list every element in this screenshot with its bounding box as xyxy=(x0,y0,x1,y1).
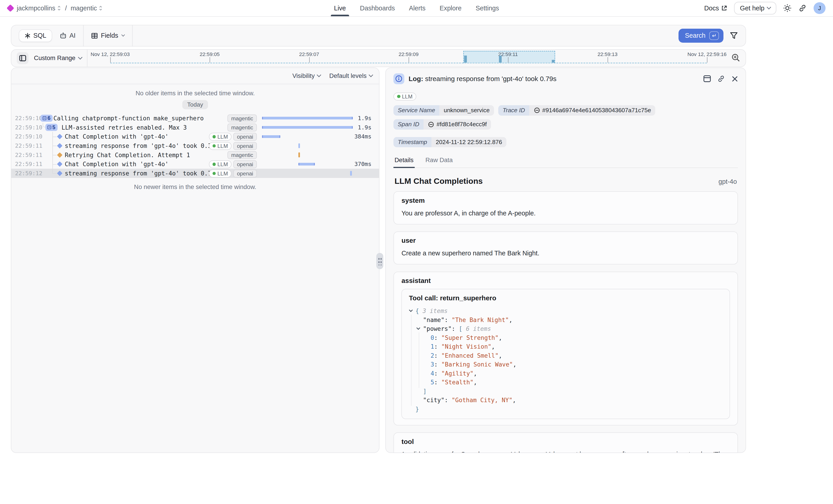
meta-value[interactable]: #9146a6974e4e6140538043607a71c75e xyxy=(529,105,655,115)
indent-guide xyxy=(409,360,417,369)
log-row[interactable]: 22:59:10Chat Completion with 'gpt-4o'LLM… xyxy=(11,132,379,141)
close-panel-button[interactable] xyxy=(732,75,738,82)
top-nav: jackmpcollins / magentic LiveDashboardsA… xyxy=(0,0,833,17)
share-link-button[interactable] xyxy=(799,4,807,12)
chevron-down-icon xyxy=(368,73,373,77)
org-selector[interactable]: jackmpcollins xyxy=(17,4,61,12)
json-tree: { 3 items"name": "The Bark Night","power… xyxy=(409,307,722,414)
json-token: 0 xyxy=(430,334,434,342)
chevron-down-icon xyxy=(121,33,125,37)
sql-mode-button[interactable]: SQL xyxy=(19,29,52,42)
tab-dashboards[interactable]: Dashboards xyxy=(360,0,395,16)
json-token: 3 xyxy=(430,360,434,369)
docs-link[interactable]: Docs xyxy=(704,4,727,12)
log-row[interactable]: 22:59:106Calling chatprompt-function mak… xyxy=(11,114,379,123)
visibility-label: Visibility xyxy=(292,72,315,79)
org-name: jackmpcollins xyxy=(17,4,55,12)
model-label: gpt-4o xyxy=(718,178,737,185)
log-row[interactable]: 22:59:105LLM-assisted retries enabled. M… xyxy=(11,123,379,132)
indent-guide xyxy=(409,342,417,351)
json-token: "Barking Sonic Wave" xyxy=(441,360,513,369)
indent-guide xyxy=(416,334,424,342)
breadcrumb: jackmpcollins / magentic xyxy=(8,4,103,12)
json-token: "The Bark Night" xyxy=(452,316,509,325)
fields-dropdown[interactable]: Fields xyxy=(83,25,133,47)
dock-view-button[interactable] xyxy=(704,75,711,82)
collapse-badge[interactable]: 5 xyxy=(45,124,57,131)
project-selector[interactable]: magentic xyxy=(71,4,103,12)
tab-settings[interactable]: Settings xyxy=(476,0,499,16)
indent-guide xyxy=(409,334,417,342)
filter-button[interactable] xyxy=(730,32,738,40)
get-help-button[interactable]: Get help xyxy=(734,2,776,15)
log-tags: magentic xyxy=(228,115,257,122)
json-token: ] xyxy=(423,387,427,396)
collapse-badge[interactable]: 6 xyxy=(41,115,53,122)
timeline-tick-mark xyxy=(409,57,409,63)
avatar[interactable]: J xyxy=(814,2,826,14)
indent-guide xyxy=(409,387,417,396)
search-button[interactable]: Search ↵ xyxy=(679,29,723,43)
tab-live[interactable]: Live xyxy=(334,0,346,16)
visibility-dropdown[interactable]: Visibility xyxy=(292,72,320,79)
waterfall-bar xyxy=(262,135,280,138)
json-line: 4: "Agility", xyxy=(409,369,722,378)
log-tags: LLMopenai xyxy=(209,142,257,150)
levels-dropdown[interactable]: Default levels xyxy=(329,72,373,79)
tree-horizontal-line xyxy=(52,146,57,146)
message-card-user: userCreate a new superhero named The Bar… xyxy=(394,232,738,265)
meta-label: Timestamp xyxy=(394,137,431,147)
timeline-tick-mark xyxy=(608,57,608,63)
timeline-axis: Nov 12, 22:59:0322:59:0522:59:0722:59:09… xyxy=(11,50,745,67)
message-role: user xyxy=(401,237,730,244)
log-row[interactable]: 22:59:12streaming response from 'gpt-4o'… xyxy=(11,169,379,178)
link-icon xyxy=(717,75,725,82)
message-role: assistant xyxy=(401,277,730,285)
json-line: "city": "Gotham City, NY", xyxy=(409,396,722,405)
log-list-panel: Visibility Default levels No older items… xyxy=(11,68,379,453)
indent-guide xyxy=(409,316,417,325)
log-message: streaming response from 'gpt-4o' took 0.… xyxy=(65,170,219,177)
json-token: , xyxy=(473,369,477,378)
green-dot-icon xyxy=(213,144,216,147)
ai-label: AI xyxy=(69,32,75,39)
timeline-histogram-bar xyxy=(499,55,502,63)
timeline-dashed-baseline xyxy=(110,63,707,64)
zoom-in-button[interactable] xyxy=(732,53,740,62)
log-list-header: Visibility Default levels xyxy=(11,68,379,84)
llm-tag-label: LLM xyxy=(217,161,228,168)
ai-mode-button[interactable]: AI xyxy=(60,32,75,39)
llm-tag: LLM xyxy=(394,93,416,100)
collapse-chevron-icon[interactable] xyxy=(416,326,420,330)
copy-link-button[interactable] xyxy=(717,75,725,82)
json-line: ] xyxy=(409,387,722,396)
waterfall-bar xyxy=(299,163,315,166)
tab-explore[interactable]: Explore xyxy=(439,0,461,16)
avatar-initial: J xyxy=(818,5,821,12)
tab-raw-data[interactable]: Raw Data xyxy=(424,154,454,168)
timeline-tick-mark xyxy=(210,57,210,63)
waterfall-bar xyxy=(262,126,353,129)
tab-details[interactable]: Details xyxy=(394,154,415,168)
chevron-slot xyxy=(416,387,423,393)
log-detail-panel: Log: streaming response from 'gpt-4o' to… xyxy=(385,68,746,453)
log-row[interactable]: 22:59:11Retrying Chat Completion. Attemp… xyxy=(11,150,379,160)
json-line: 0: "Super Strength", xyxy=(409,334,722,342)
json-token: 3 items xyxy=(419,307,448,315)
json-token: [ xyxy=(459,325,462,333)
indent-guide xyxy=(409,369,417,378)
meta-value[interactable]: #fd81e8f78c4ecc9f xyxy=(424,119,491,129)
log-row[interactable]: 22:59:11streaming response from 'gpt-4o'… xyxy=(11,141,379,150)
duration-label: 384ms xyxy=(354,133,372,140)
log-timestamp: 22:59:10 xyxy=(15,115,43,121)
json-token: 1 xyxy=(430,342,434,351)
tab-alerts[interactable]: Alerts xyxy=(409,0,426,16)
json-token: , xyxy=(513,396,516,405)
log-row[interactable]: 22:59:11Chat Completion with 'gpt-4o'LLM… xyxy=(11,160,379,169)
detail-tags: LLM xyxy=(394,90,738,100)
panel-resize-handle[interactable] xyxy=(376,253,383,269)
timeline-tick-label: Nov 12, 22:59:16 xyxy=(688,51,727,57)
collapse-chevron-icon[interactable] xyxy=(409,308,413,312)
search-input[interactable] xyxy=(133,25,678,46)
theme-toggle-button[interactable] xyxy=(783,4,791,12)
